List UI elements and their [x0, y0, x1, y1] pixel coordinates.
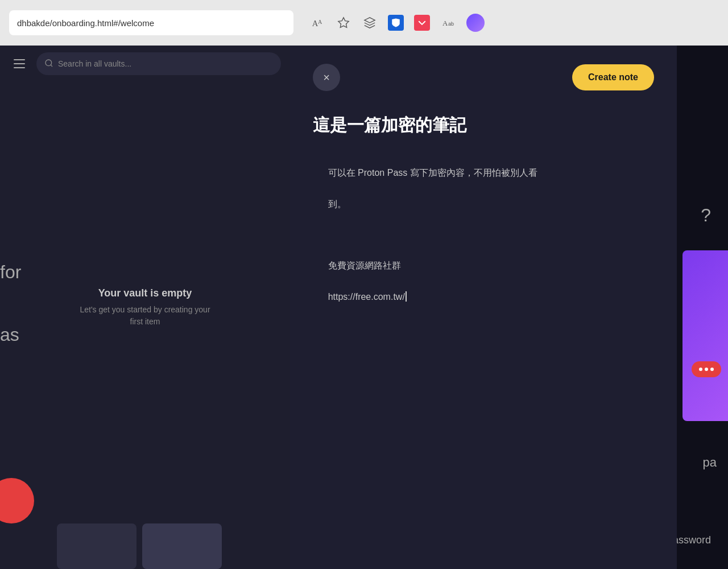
svg-point-6 [46, 60, 52, 66]
thumbnail-2 [142, 523, 222, 569]
vault-empty-state: Your vault is empty Let's get you starte… [73, 287, 218, 328]
left-edge-for-text: for [0, 262, 21, 283]
note-body-line2: 到。 [328, 199, 346, 209]
close-icon: × [323, 71, 330, 84]
note-body: 可以在 Proton Pass 寫下加密內容，不用怕被別人看 到。 免費資源網路… [313, 150, 654, 320]
bottom-thumbnails [57, 523, 222, 569]
red-circle-decoration [0, 478, 34, 523]
purple-block-decoration [682, 250, 728, 421]
bitwarden-icon[interactable] [388, 15, 404, 31]
vault-sidebar: for as d Search in all vaults... Your va… [0, 46, 290, 569]
search-icon [44, 59, 53, 69]
sidebar-header: Search in all vaults... [0, 46, 290, 82]
pa-text: pa [703, 455, 717, 470]
note-body-line4: 免費資源網路社群 [328, 261, 401, 270]
create-note-button[interactable]: Create note [572, 64, 654, 90]
search-placeholder: Search in all vaults... [58, 59, 131, 68]
star-icon[interactable] [336, 15, 351, 31]
url-bar[interactable]: dhbakde/onboarding.html#/welcome [9, 10, 293, 35]
note-url: https://free.com.tw/ [328, 289, 407, 304]
url-value: https://free.com.tw/ [328, 289, 405, 304]
browser-toolbar: A A A [309, 14, 485, 32]
note-body-line1: 可以在 Proton Pass 寫下加密內容，不用怕被別人看 [328, 168, 537, 178]
note-panel-header: × Create note [313, 64, 654, 91]
svg-marker-2 [338, 18, 349, 27]
red-dots-badge [692, 361, 721, 377]
svg-marker-3 [365, 18, 375, 23]
font-icon[interactable]: A A [309, 15, 325, 31]
note-title: 這是一篇加密的筆記 [313, 114, 654, 136]
translate-icon[interactable]: A ab [440, 15, 456, 31]
vault-empty-title: Your vault is empty [73, 287, 218, 299]
app-container: for as d Search in all vaults... Your va… [0, 46, 728, 569]
layers-icon[interactable] [362, 15, 378, 31]
question-mark-text: ? [701, 205, 711, 226]
note-panel: × Create note 這是一篇加密的筆記 可以在 Proton Pass … [290, 46, 677, 569]
svg-text:A: A [318, 19, 322, 25]
hamburger-button[interactable] [9, 53, 30, 74]
vault-empty-subtitle: Let's get you started by creating your f… [73, 304, 218, 328]
pocket-icon[interactable] [414, 15, 430, 31]
svg-line-7 [51, 65, 52, 67]
svg-text:A: A [442, 19, 448, 27]
browser-chrome: dhbakde/onboarding.html#/welcome A A [0, 0, 728, 46]
left-edge-as-text: as [0, 324, 19, 345]
close-button[interactable]: × [313, 64, 340, 91]
search-bar[interactable]: Search in all vaults... [36, 52, 281, 75]
text-cursor [406, 291, 407, 302]
url-text: dhbakde/onboarding.html#/welcome [17, 18, 154, 28]
thumbnail-1 [57, 523, 136, 569]
proton-icon[interactable] [466, 14, 485, 32]
svg-text:ab: ab [448, 21, 454, 27]
